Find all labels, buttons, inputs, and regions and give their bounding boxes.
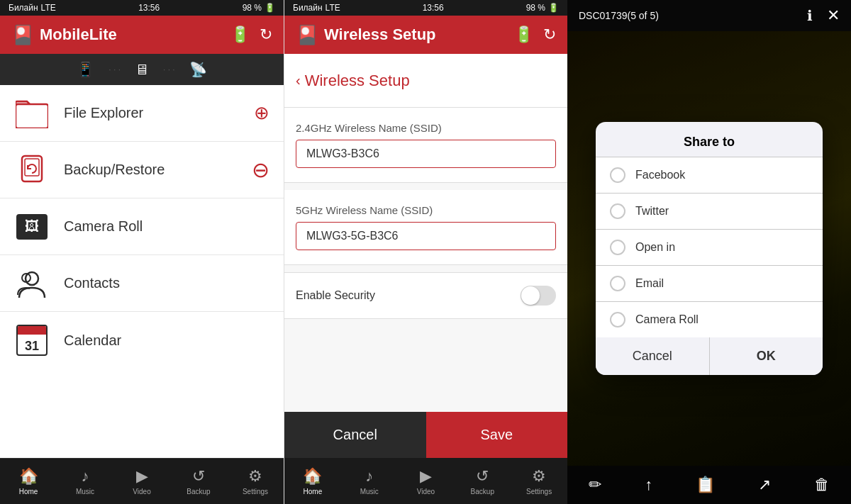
- share-option-open-in[interactable]: Open in: [596, 230, 823, 266]
- twitter-radio: [610, 203, 625, 219]
- form-action-bar: Cancel Save: [284, 412, 567, 458]
- backup-label: Backup/Restore: [64, 162, 238, 178]
- contacts-icon: [14, 266, 50, 301]
- middle-panel: Билайн LTE 13:56 98 % 🔋 🎴 Wireless Setup…: [284, 0, 567, 504]
- camera-roll-icon: 🖼: [14, 209, 50, 245]
- nav-item-backup[interactable]: Backup/Restore ⊖: [0, 142, 284, 198]
- wireless-setup-title: Wireless Setup: [305, 72, 410, 90]
- middle-app-logo: 🎴: [296, 24, 318, 46]
- right-panel: DSC01739(5 of 5) ℹ ✕ Share to Facebook T…: [567, 0, 851, 504]
- middle-tab-bar: 🏠 Home ♪ Music ▶ Video ↺ Backup ⚙ Settin…: [284, 458, 567, 504]
- device-tab-wifi[interactable]: 📡: [189, 61, 207, 78]
- share-dialog-overlay: Share to Facebook Twitter Open in Email: [567, 31, 851, 466]
- svg-rect-0: [16, 104, 48, 128]
- left-tab-home[interactable]: 🏠 Home: [0, 459, 57, 504]
- share-option-facebook[interactable]: Facebook: [596, 157, 823, 194]
- left-settings-icon: ⚙: [248, 467, 262, 486]
- left-tab-video[interactable]: ▶ Video: [113, 459, 170, 504]
- left-home-icon: 🏠: [19, 467, 38, 486]
- middle-backup-icon: ↺: [476, 467, 489, 486]
- nav-item-calendar[interactable]: 31 Calendar: [0, 312, 284, 369]
- toggle-knob: [521, 286, 540, 305]
- open-in-radio: [610, 240, 625, 255]
- middle-tab-music[interactable]: ♪ Music: [341, 458, 398, 504]
- ssid-5ghz-label: 5GHz Wireless Name (SSID): [296, 204, 556, 216]
- file-explorer-action[interactable]: ⊕: [254, 102, 269, 124]
- middle-tab-backup[interactable]: ↺ Backup: [454, 458, 511, 504]
- middle-time: 13:56: [423, 3, 444, 13]
- middle-battery: 98 %: [526, 3, 545, 13]
- left-network: LTE: [41, 3, 56, 13]
- left-app-logo: 🎴: [11, 24, 34, 46]
- delete-icon[interactable]: 🗑: [814, 476, 830, 494]
- share-option-twitter[interactable]: Twitter: [596, 194, 823, 230]
- middle-home-icon: 🏠: [303, 467, 322, 486]
- middle-network: LTE: [326, 3, 340, 13]
- camera-roll-radio: [610, 312, 625, 327]
- share-ok-button[interactable]: OK: [710, 337, 823, 375]
- middle-status-bar: Билайн LTE 13:56 98 % 🔋: [284, 0, 567, 16]
- ssid-24ghz-section: 2.4GHz Wireless Name (SSID): [284, 108, 567, 183]
- photo-viewer-header: DSC01739(5 of 5) ℹ ✕: [567, 0, 851, 31]
- share-dialog: Share to Facebook Twitter Open in Email: [596, 122, 823, 375]
- middle-battery-icon: 🔋: [548, 3, 559, 13]
- middle-tab-video[interactable]: ▶ Video: [398, 458, 455, 504]
- camera-roll-label: Camera Roll: [64, 218, 269, 235]
- device-tab-phone[interactable]: 📱: [77, 61, 94, 78]
- left-tab-music[interactable]: ♪ Music: [57, 459, 113, 504]
- left-tab-backup[interactable]: ↺ Backup: [170, 459, 227, 504]
- photo-background: Share to Facebook Twitter Open in Email: [567, 31, 851, 466]
- middle-tab-home-label: Home: [304, 488, 323, 495]
- device-tab-reader[interactable]: 🖥: [135, 62, 149, 78]
- middle-music-icon: ♪: [365, 467, 373, 486]
- refresh-header-icon[interactable]: ↻: [260, 26, 272, 44]
- left-backup-icon: ↺: [192, 467, 205, 486]
- backup-action[interactable]: ⊖: [252, 157, 269, 182]
- left-tab-settings[interactable]: ⚙ Settings: [227, 459, 284, 504]
- middle-tab-backup-label: Backup: [471, 488, 494, 495]
- battery-header-icon[interactable]: 🔋: [230, 26, 250, 44]
- back-arrow-icon[interactable]: ‹: [296, 72, 301, 89]
- left-time: 13:56: [138, 3, 160, 13]
- share-option-camera-roll[interactable]: Camera Roll: [596, 302, 823, 337]
- share-icon[interactable]: ↑: [645, 476, 652, 494]
- left-app-title: 🎴 MobileLite: [11, 24, 117, 46]
- left-tab-video-label: Video: [133, 488, 150, 495]
- middle-tab-video-label: Video: [417, 488, 435, 495]
- nav-list: File Explorer ⊕ Backup/Restore ⊖ 🖼: [0, 85, 284, 458]
- form-save-button[interactable]: Save: [426, 412, 568, 458]
- camera-roll-share-label: Camera Roll: [635, 313, 699, 326]
- left-tab-settings-label: Settings: [243, 488, 268, 495]
- edit-icon[interactable]: ✏: [589, 476, 601, 494]
- middle-battery-header-icon[interactable]: 🔋: [514, 26, 533, 44]
- left-header: 🎴 MobileLite 🔋 ↻: [0, 16, 284, 54]
- enable-security-row: Enable Security: [284, 272, 567, 319]
- middle-tab-settings[interactable]: ⚙ Settings: [511, 458, 567, 504]
- nav-item-camera-roll[interactable]: 🖼 Camera Roll: [0, 198, 284, 255]
- security-toggle[interactable]: [521, 286, 556, 306]
- left-tab-home-label: Home: [19, 488, 38, 495]
- email-label: Email: [635, 277, 664, 290]
- device-tab-bar: 📱 · · · 🖥 · · · 📡: [0, 54, 284, 85]
- left-video-icon: ▶: [136, 467, 148, 486]
- info-icon[interactable]: ℹ: [807, 7, 813, 24]
- left-carrier: Билайн: [9, 3, 38, 13]
- middle-tab-music-label: Music: [360, 488, 379, 495]
- middle-refresh-header-icon[interactable]: ↻: [543, 26, 556, 44]
- left-battery: 98 %: [243, 3, 262, 13]
- copy-icon[interactable]: 📋: [696, 476, 715, 494]
- left-panel: Билайн LTE 13:56 98 % 🔋 🎴 MobileLite 🔋 ↻…: [0, 0, 284, 504]
- left-tab-backup-label: Backup: [187, 488, 210, 495]
- nav-item-file-explorer[interactable]: File Explorer ⊕: [0, 85, 284, 142]
- form-cancel-button[interactable]: Cancel: [284, 412, 426, 458]
- export-icon[interactable]: ↗: [758, 476, 771, 494]
- middle-tab-home[interactable]: 🏠 Home: [284, 458, 341, 504]
- ssid-24ghz-input[interactable]: [296, 140, 556, 168]
- share-option-email[interactable]: Email: [596, 266, 823, 302]
- share-dialog-buttons: Cancel OK: [596, 337, 823, 375]
- nav-item-contacts[interactable]: Contacts: [0, 255, 284, 312]
- share-cancel-button[interactable]: Cancel: [596, 337, 710, 375]
- close-icon[interactable]: ✕: [827, 6, 840, 25]
- ssid-5ghz-input[interactable]: [296, 222, 556, 250]
- middle-tab-settings-label: Settings: [526, 488, 552, 495]
